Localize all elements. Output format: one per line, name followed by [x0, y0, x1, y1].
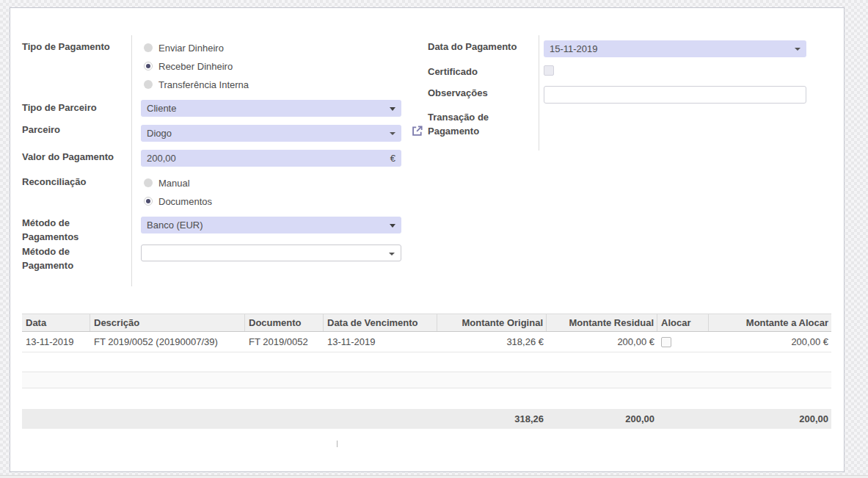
- column-header-documento: Documento: [245, 314, 324, 331]
- notes-input[interactable]: [544, 86, 806, 104]
- payment-methods-value: Banco (EUR): [147, 220, 203, 231]
- table-header-row: Data Descrição Documento Data de Vencime…: [22, 314, 831, 332]
- currency-symbol: €: [390, 150, 395, 167]
- dropdown-caret-icon: [795, 48, 800, 51]
- radio-label: Transferência Interna: [158, 79, 249, 90]
- partner-value: Diogo: [147, 128, 172, 139]
- column-header-data-de-vencimento: Data de Vencimento: [324, 314, 437, 331]
- bottom-scrollbar-track: [0, 475, 868, 478]
- external-link-icon: [411, 125, 423, 137]
- partner-type-value: Cliente: [147, 103, 176, 114]
- left-group-separator: [131, 35, 132, 286]
- column-header-montante-original: Montante Original: [437, 314, 547, 331]
- certified-label: Certificado: [428, 65, 530, 79]
- cell-due-date: 13-11-2019: [324, 332, 437, 352]
- amount-field[interactable]: 200,00 €: [141, 150, 401, 167]
- external-link-button[interactable]: [411, 125, 423, 137]
- total-amount-residual: 200,00: [547, 413, 657, 424]
- dropdown-caret-icon: [390, 132, 395, 135]
- column-header-descricao: Descrição: [90, 314, 245, 331]
- cell-amount-residual: 200,00 €: [547, 332, 657, 352]
- radio-option-receber-dinheiro[interactable]: Receber Dinheiro: [144, 59, 233, 73]
- cell-amount-to-allocate: 200,00 €: [709, 332, 831, 352]
- radio-icon[interactable]: [144, 178, 153, 187]
- cell-allocate: [657, 332, 709, 352]
- select-arrow-icon: [390, 107, 395, 111]
- page-background: Tipo de Pagamento Enviar Dinheiro Recebe…: [0, 0, 868, 478]
- notes-label: Observações: [428, 86, 530, 100]
- column-header-montante-a-alocar: Montante a Alocar: [709, 314, 831, 331]
- right-group-separator: [539, 35, 539, 151]
- cell-amount-original: 318,26 €: [437, 332, 547, 352]
- certified-checkbox[interactable]: [544, 65, 554, 76]
- amount-label: Valor do Pagamento: [22, 150, 125, 164]
- partner-type-label: Tipo de Parceiro: [22, 101, 125, 115]
- radio-option-manual[interactable]: Manual: [144, 176, 190, 189]
- total-amount-original: 318,26: [437, 413, 547, 424]
- radio-option-enviar-dinheiro[interactable]: Enviar Dinheiro: [144, 41, 224, 54]
- payment-methods-label: Método de Pagamentos: [22, 216, 90, 244]
- form-sheet: [10, 7, 845, 472]
- allocate-checkbox[interactable]: [661, 337, 671, 347]
- column-header-alocar: Alocar: [657, 314, 709, 331]
- table-empty-row: [22, 372, 831, 388]
- payment-method-combo[interactable]: [141, 245, 401, 261]
- payment-date-field[interactable]: 15-11-2019: [544, 40, 806, 57]
- table-row[interactable]: 13-11-2019 FT 2019/0052 (20190007/39) FT…: [22, 332, 831, 352]
- list-resize-handle[interactable]: [337, 441, 338, 447]
- payment-methods-select[interactable]: Banco (EUR): [141, 217, 401, 233]
- payment-transaction-label: Transação de Pagamento: [428, 110, 495, 138]
- cell-document: FT 2019/0052: [245, 332, 324, 352]
- radio-icon[interactable]: [144, 197, 153, 206]
- partner-type-select[interactable]: Cliente: [141, 100, 401, 117]
- dropdown-caret-icon: [389, 253, 395, 256]
- radio-label: Enviar Dinheiro: [158, 43, 224, 54]
- table-totals-row: 318,26 200,00 200,00: [22, 409, 831, 429]
- radio-icon[interactable]: [144, 80, 153, 89]
- payment-date-label: Data do Pagamento: [428, 40, 530, 54]
- radio-label: Receber Dinheiro: [158, 61, 233, 72]
- payment-method-label: Método de Pagamento: [22, 245, 90, 272]
- amount-value: 200,00: [147, 153, 176, 164]
- payment-type-label: Tipo de Pagamento: [22, 40, 125, 54]
- select-arrow-icon: [390, 224, 395, 228]
- column-header-data: Data: [22, 314, 90, 331]
- partner-select[interactable]: Diogo: [141, 125, 401, 142]
- radio-icon[interactable]: [144, 62, 153, 70]
- allocation-table: Data Descrição Documento Data de Vencime…: [22, 314, 831, 352]
- radio-option-documentos[interactable]: Documentos: [144, 195, 212, 208]
- radio-label: Manual: [158, 178, 190, 189]
- reconciliation-label: Reconciliação: [22, 175, 125, 189]
- radio-label: Documentos: [158, 196, 212, 207]
- partner-label: Parceiro: [22, 123, 125, 137]
- payment-date-value: 15-11-2019: [550, 43, 598, 54]
- radio-icon[interactable]: [144, 43, 153, 52]
- cell-date: 13-11-2019: [22, 332, 90, 352]
- radio-option-transferencia-interna[interactable]: Transferência Interna: [144, 78, 249, 91]
- column-header-montante-residual: Montante Residual: [547, 314, 657, 331]
- total-amount-to-allocate: 200,00: [709, 413, 831, 424]
- cell-description: FT 2019/0052 (20190007/39): [90, 332, 245, 352]
